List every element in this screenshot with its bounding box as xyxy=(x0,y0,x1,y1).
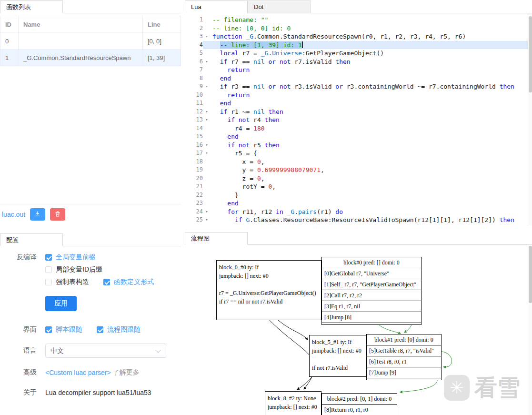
code-text: -- line: [0, 0] id: 0 xyxy=(211,24,532,33)
code-line[interactable]: 24▾ for r11, r12 in _G.pairs(r1) do xyxy=(185,208,532,216)
code-line[interactable]: 7 return xyxy=(185,66,532,74)
fold-icon[interactable]: ▾ xyxy=(203,141,211,150)
tab-function-list[interactable]: 函数列表 xyxy=(0,0,63,13)
option-local-id-suffix-label[interactable]: 局部变量ID后缀 xyxy=(56,265,102,274)
option-force-table[interactable]: 强制表构造 xyxy=(45,278,89,286)
fold-icon[interactable]: ▾ xyxy=(203,58,211,66)
apply-button[interactable]: 应用 xyxy=(45,296,77,311)
editor-tab-lua[interactable]: Lua xyxy=(185,0,248,13)
code-line[interactable]: 3▾function _G.Common.StandardResourceSpa… xyxy=(185,32,532,41)
fold-icon[interactable]: ▾ xyxy=(203,208,211,216)
code-line[interactable]: 15 end xyxy=(185,132,532,141)
option-local-id-suffix[interactable]: 局部变量ID后缀 xyxy=(45,265,102,274)
flow-node-title: block_5_#1 ty: If xyxy=(312,338,363,346)
tab-flowchart[interactable]: 流程图 xyxy=(185,232,248,245)
flowchart-scrollbar[interactable] xyxy=(528,245,532,415)
option-force-table-label[interactable]: 强制表构造 xyxy=(56,278,89,286)
code-line[interactable]: 17▾ r5 = { xyxy=(185,149,532,158)
code-line[interactable]: 14 r4 = 180 xyxy=(185,124,532,133)
code-line[interactable]: 18 x = 0, xyxy=(185,158,532,166)
flow-node-title: block_8_#2 ty: None xyxy=(268,394,319,403)
line-number: 2 xyxy=(185,24,203,33)
flow-instruction-row: [7]Jump [9] xyxy=(367,367,441,378)
option-func-def-form[interactable]: 函数定义形式 xyxy=(103,278,154,286)
fold-icon[interactable]: ▾ xyxy=(203,82,211,91)
col-line: Line xyxy=(143,16,181,33)
watermark: ✳ 看雪 xyxy=(444,373,520,403)
checkbox-func-def-form[interactable] xyxy=(103,279,110,285)
editor-scrollbar[interactable] xyxy=(528,13,532,225)
flow-node-sub: jumpback: [] next: #0 xyxy=(312,346,363,355)
code-line[interactable]: 4 -- line: [1, 39] id: 1 xyxy=(185,41,532,50)
editor-panel: LuaDot 1-- filename: ""2-- line: [0, 0] … xyxy=(185,0,532,225)
code-line[interactable]: 2-- line: [0, 0] id: 0 xyxy=(185,24,532,33)
code-line[interactable]: 10 return xyxy=(185,91,532,100)
scrollbar-thumb[interactable] xyxy=(529,246,532,303)
fold-spacer xyxy=(203,174,211,183)
flow-table-header: block#0 pred: [] domi: 0 xyxy=(322,257,421,268)
option-flow-follow-label[interactable]: 流程图跟随 xyxy=(107,325,141,334)
delete-button[interactable] xyxy=(50,208,65,221)
option-global-prefix-label[interactable]: 全局变量前缀 xyxy=(56,253,96,262)
fold-icon[interactable]: ▾ xyxy=(203,149,211,158)
code-line[interactable]: 16▾ if not r5 then xyxy=(185,141,532,150)
fold-spacer xyxy=(203,132,211,141)
code-line[interactable]: 12▾ if r1 ~= nil then xyxy=(185,108,532,116)
code-text: x = 0, xyxy=(211,158,532,166)
code-line[interactable]: 6▾ if r7 == nil or not r7.isValid then xyxy=(185,58,532,66)
scrollbar-thumb[interactable] xyxy=(529,16,532,92)
code-line[interactable]: 1-- filename: "" xyxy=(185,16,532,24)
editor-tab-dot[interactable]: Dot xyxy=(248,0,311,13)
learn-more-text: 了解更多 xyxy=(113,368,140,377)
flow-node-title: block_0_#0 ty: If xyxy=(219,263,319,272)
fold-icon[interactable]: ▾ xyxy=(203,108,211,116)
custom-parser-link[interactable]: <Custom luac parser> xyxy=(45,369,111,376)
code-line[interactable]: 25▾ if G.Classes.ResourceBase:ResourceIs… xyxy=(185,216,532,224)
function-row[interactable]: 0[0, 0] xyxy=(0,33,181,50)
code-line[interactable]: 5 local r7 = _G.Universe:GetPlayerGameOb… xyxy=(185,49,532,58)
code-editor[interactable]: 1-- filename: ""2-- line: [0, 0] id: 03▾… xyxy=(185,13,532,225)
code-line[interactable]: 21 rotY = 0, xyxy=(185,182,532,191)
fold-icon[interactable]: ▾ xyxy=(203,216,211,224)
cell: [0, 0] xyxy=(143,33,181,50)
checkbox-flow-follow[interactable] xyxy=(97,326,103,333)
code-line[interactable]: 8 end xyxy=(185,74,532,83)
cell: [1, 39] xyxy=(143,50,181,66)
option-global-prefix[interactable]: 全局变量前缀 xyxy=(45,253,96,262)
download-button[interactable] xyxy=(30,208,45,221)
code-line[interactable]: 11 end xyxy=(185,99,532,108)
tab-config[interactable]: 配置 xyxy=(0,233,63,246)
code-line[interactable]: 22 } xyxy=(185,191,532,200)
code-line[interactable]: 9▾ if r3 == nil or not r3.isValid or r3.… xyxy=(185,82,532,91)
checkbox-local-id-suffix[interactable] xyxy=(45,266,52,273)
flow-instruction-row: [1]Self_ r7, r7, "GetPlayerGameObject" xyxy=(322,279,421,290)
code-text: y = 0.699999988079071, xyxy=(211,166,532,174)
option-script-follow-label[interactable]: 脚本跟随 xyxy=(56,325,82,334)
fold-icon[interactable]: ▾ xyxy=(203,32,211,41)
line-number: 17 xyxy=(185,149,203,158)
fold-spacer xyxy=(203,199,211,208)
code-line[interactable]: 13▾ if not r4 then xyxy=(185,116,532,124)
code-line[interactable]: 23 end xyxy=(185,199,532,208)
option-flow-follow[interactable]: 流程图跟随 xyxy=(97,325,141,334)
fold-spacer xyxy=(203,49,211,58)
checkbox-script-follow[interactable] xyxy=(45,326,52,333)
option-script-follow[interactable]: 脚本跟随 xyxy=(45,325,82,334)
cell: _G.Common.StandardResourceSpawn xyxy=(19,50,143,66)
code-line[interactable]: 19 y = 0.699999988079071, xyxy=(185,166,532,174)
checkbox-global-prefix[interactable] xyxy=(45,254,52,261)
checkbox-force-table[interactable] xyxy=(45,279,52,285)
language-select[interactable]: 中文 xyxy=(45,344,166,358)
flow-table-block-1: block#1 pred: [0] domi: 0[5]GetTable r8,… xyxy=(366,334,442,380)
fold-icon[interactable]: ▾ xyxy=(203,116,211,124)
function-row[interactable]: 1_G.Common.StandardResourceSpawn[1, 39] xyxy=(0,50,181,66)
line-number: 12 xyxy=(185,108,203,116)
file-label[interactable]: luac.out xyxy=(2,211,25,218)
option-func-def-form-label[interactable]: 函数定义形式 xyxy=(114,278,154,286)
code-lines: 1-- filename: ""2-- line: [0, 0] id: 03▾… xyxy=(185,16,532,224)
about-label: 关于 xyxy=(0,388,45,397)
about-text: Lua decompiler support lua51/lua53 xyxy=(45,389,151,396)
code-line[interactable]: 20 z = 0, xyxy=(185,174,532,183)
flow-node-sub: jumpback: [] next: #0 xyxy=(219,272,319,280)
trash-icon xyxy=(54,211,61,219)
